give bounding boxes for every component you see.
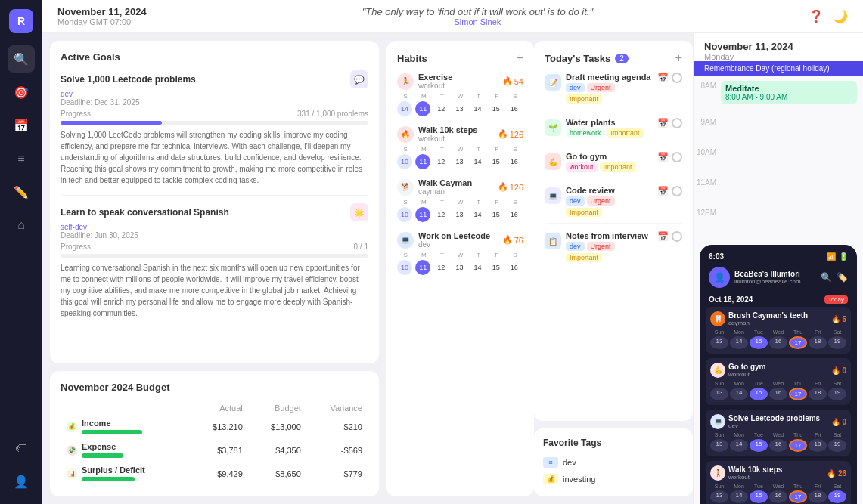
- sidebar-icon-user[interactable]: 👤: [8, 468, 35, 495]
- phone-habit-sub-0: cayman: [728, 320, 808, 326]
- task-icon-0: 📝: [545, 74, 561, 91]
- top-header: November 11, 2024 Monday GMT-07:00 "The …: [42, 0, 863, 33]
- phone-menu-icon[interactable]: 🏷️: [837, 272, 848, 283]
- phone-user-email: illumtori@beabealie.com: [734, 278, 801, 285]
- calendar-icon-task-1[interactable]: 📅: [657, 118, 669, 128]
- budget-header-actual: Actual: [191, 402, 247, 414]
- check-circle-icon-3[interactable]: [672, 186, 682, 196]
- tag-urgent-0: Urgent: [587, 83, 615, 92]
- phone-habit-cal-2: SunMonTueWedThuFriSat 13 14 15 16 17 18 …: [710, 432, 846, 452]
- phone-habit-text-0: Brush Cayman's teeth cayman: [728, 311, 808, 326]
- phone-date: Oct 18, 2024: [709, 295, 753, 304]
- goal-progress-bar-bg-0: [61, 121, 368, 125]
- main-content: November 11, 2024 Monday GMT-07:00 "The …: [42, 0, 863, 504]
- phone-habit-count-0: 🔥 5: [831, 315, 846, 323]
- sidebar-icon-list[interactable]: ≡: [8, 145, 35, 172]
- budget-variance-2: $779: [307, 462, 367, 484]
- quote-author: Simon Sinek: [147, 17, 809, 26]
- phone-user-details: BeaBea's Illumtori illumtori@beabealie.c…: [734, 270, 801, 285]
- cal-row-8am: 8AM Meditate 8:00 AM - 9:00 AM: [694, 80, 863, 116]
- budget-actual-2: $9,429: [191, 462, 247, 484]
- goal-tag-0: dev: [61, 90, 368, 98]
- phone-user-info: 👤 BeaBea's Illumtori illumtori@beabealie…: [706, 264, 851, 291]
- tasks-title: Today's Tasks: [545, 53, 610, 64]
- tasks-count: 2: [615, 54, 629, 63]
- tag-workout-2: workout: [566, 162, 598, 172]
- tag-important-3: Important: [566, 208, 602, 217]
- tasks-add-button[interactable]: +: [675, 51, 682, 65]
- budget-icon-2: 📊: [67, 468, 77, 479]
- task-content-1: Water plants homework Important: [566, 118, 653, 138]
- task-icon-4: 📋: [545, 233, 561, 249]
- task-content-2: Go to gym workout Important: [566, 152, 653, 172]
- budget-label-0: Income: [82, 419, 142, 428]
- sidebar-logo[interactable]: R: [9, 9, 33, 33]
- budget-row-1: 💸 Expense $3,781 $4,350 -$569: [62, 439, 367, 461]
- task-icon-1: 🌱: [545, 119, 561, 136]
- phone-habit-icon-0: 🦷: [710, 311, 725, 326]
- phone-habit-icon-2: 💻: [710, 414, 725, 429]
- goal-desc-0: Solving 1,000 LeetCode problems will str…: [61, 129, 368, 186]
- habit-cal-1: SMTWTFS 10 11 12 13 14 15 16: [397, 146, 523, 169]
- habit-count-0: 🔥 54: [502, 76, 523, 86]
- habit-cal-0: SMTWTFS 14 11 12 13 14 15 16: [397, 93, 523, 116]
- cal-event-meditate[interactable]: Meditate 8:00 AM - 9:00 AM: [721, 81, 857, 104]
- budget-label-1: Expense: [82, 442, 123, 451]
- tag-important-2: Important: [600, 162, 636, 172]
- wifi-icon: 📶: [827, 252, 836, 261]
- calendar-icon-task-2[interactable]: 📅: [657, 152, 669, 162]
- phone-habit-text-2: Solve Leetcode problems dev: [728, 414, 820, 429]
- goal-icon-1: 🌟: [350, 203, 368, 221]
- budget-header-budget: Budget: [249, 402, 306, 414]
- phone-habit-name-2: Solve Leetcode problems: [728, 414, 820, 422]
- task-item-2: 💪 Go to gym workout Important 📅: [545, 152, 682, 178]
- sidebar-icon-home[interactable]: ⌂: [8, 212, 35, 239]
- goal-item-0: Solve 1,000 Leetcode problems 💬 dev Dead…: [61, 70, 368, 186]
- calendar-holiday: Remembrance Day (regional holiday): [694, 61, 863, 76]
- cal-row-10am: 10AM: [694, 147, 863, 177]
- sidebar-icon-tag[interactable]: 🏷: [8, 434, 35, 462]
- phone-avatar: 👤: [709, 267, 730, 288]
- habits-add-button[interactable]: +: [517, 51, 523, 65]
- phone-date-header: Oct 18, 2024 Today: [706, 292, 851, 307]
- habit-cal-2: SMTWTFS 10 11 12 13 14 15 16: [397, 199, 523, 222]
- budget-row-0: 💰 Income $13,210 $13,000 $210: [62, 416, 367, 438]
- sidebar-icon-target[interactable]: 🎯: [8, 79, 35, 106]
- fav-tag-icon-0: ≡: [543, 457, 558, 468]
- task-content-3: Code review dev Urgent Important: [566, 186, 653, 217]
- calendar-icon-task-0[interactable]: 📅: [657, 73, 669, 83]
- fav-tag-icon-1: 💰: [543, 474, 558, 484]
- budget-header-variance: Variance: [307, 402, 367, 414]
- phone-status-bar: 6:03 📶 🔋: [706, 251, 851, 262]
- task-icon-2: 💪: [545, 153, 561, 170]
- sidebar-icon-edit[interactable]: ✏️: [8, 178, 35, 206]
- check-circle-icon-4[interactable]: [672, 231, 682, 242]
- calendar-icon-task-3[interactable]: 📅: [657, 186, 669, 196]
- calendar-icon-task-4[interactable]: 📅: [657, 231, 669, 242]
- fav-tag-name-0: dev: [563, 458, 576, 467]
- check-circle-icon-1[interactable]: [672, 118, 682, 128]
- goal-progress-fill-0: [61, 121, 162, 125]
- habit-icon-0: 🏃: [397, 73, 414, 90]
- goal-tag-1: self-dev: [61, 223, 368, 231]
- help-icon[interactable]: ❓: [809, 9, 824, 23]
- theme-icon[interactable]: 🌙: [833, 9, 848, 23]
- check-circle-icon-2[interactable]: [672, 152, 682, 162]
- habit-icon-1: 🔥: [397, 126, 414, 143]
- fav-tag-item-0: ≡ dev: [543, 454, 684, 471]
- phone-header-icons: 🔍 🏷️: [821, 272, 848, 283]
- sidebar-icon-search[interactable]: 🔍: [8, 45, 35, 73]
- budget-variance-0: $210: [307, 416, 367, 438]
- sidebar-icon-calendar[interactable]: 📅: [8, 112, 35, 139]
- task-content-0: Draft meeting agenda dev Urgent Importan…: [566, 73, 653, 104]
- phone-habits-list: 🦷 Brush Cayman's teeth cayman 🔥 5 SunMon…: [706, 307, 851, 504]
- phone-habit-sub-2: dev: [728, 422, 820, 429]
- phone-habit-text-3: Walk 10k steps workout: [728, 465, 782, 481]
- check-circle-icon-0[interactable]: [672, 73, 682, 83]
- goal-title-1: Learn to speak conversational Spanish: [61, 207, 229, 218]
- fav-tag-item-1: 💰 investing: [543, 471, 684, 487]
- favorite-tags-section: Favorite Tags ≡ dev 💰 investing: [534, 428, 693, 496]
- task-actions-0: 📅: [657, 73, 682, 83]
- phone-search-icon[interactable]: 🔍: [821, 272, 832, 283]
- budget-bar-2: [82, 477, 135, 481]
